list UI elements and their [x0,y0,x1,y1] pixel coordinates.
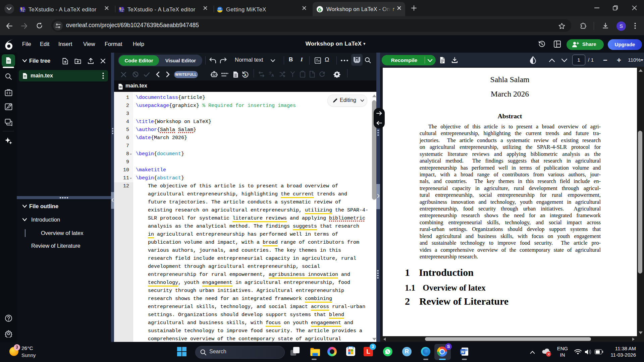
svg-text:TeX: TeX [218,9,221,11]
svg-text:W: W [461,350,465,354]
svg-text:A: A [271,73,274,77]
svg-text:A: A [244,73,247,77]
